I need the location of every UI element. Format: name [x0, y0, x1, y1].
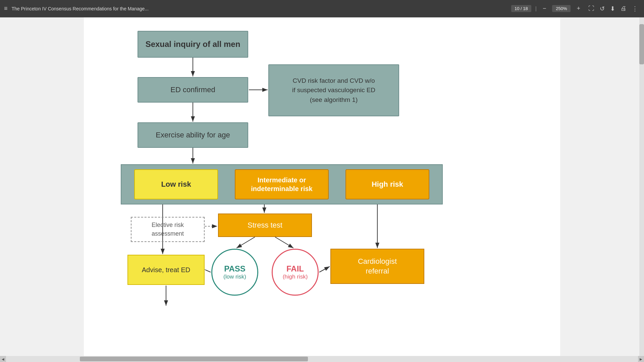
menu-icon[interactable]: ≡: [4, 5, 8, 12]
zoom-value: 250%: [552, 5, 571, 12]
risk-level-container: Low risk Intermediate or indeterminable …: [121, 164, 443, 204]
download-button[interactable]: ⬇: [608, 5, 617, 12]
more-options-button[interactable]: ⋮: [630, 5, 640, 12]
svg-line-10: [236, 237, 255, 248]
rotate-button[interactable]: ↺: [598, 5, 607, 12]
scroll-right-button[interactable]: ▶: [638, 356, 644, 362]
top-toolbar: ≡ The Princeton IV Consensus Recommendat…: [0, 0, 644, 17]
stress-test-box: Stress test: [218, 214, 312, 237]
horizontal-scrollbar-area[interactable]: ◀ ▶: [0, 356, 644, 362]
ed-confirmed-box: ED confirmed: [138, 77, 248, 103]
flowchart-container: Sexual inquiry of all men ED confirmed C…: [104, 27, 540, 316]
pdf-viewer-area: Sexual inquiry of all men ED confirmed C…: [0, 17, 644, 356]
exercise-ability-box: Exercise ability for age: [138, 122, 248, 148]
advise-treat-box: Advise, treat ED: [127, 255, 205, 285]
scroll-left-button[interactable]: ◀: [0, 356, 6, 362]
low-risk-box: Low risk: [134, 169, 218, 199]
elective-risk-box: Elective risk assessment: [131, 217, 205, 242]
fit-page-button[interactable]: ⛶: [586, 5, 596, 12]
vertical-scrollbar-thumb[interactable]: [639, 24, 644, 64]
intermediate-risk-box: Intermediate or indeterminable risk: [235, 169, 329, 199]
svg-line-13: [319, 266, 330, 272]
svg-line-11: [275, 237, 293, 248]
zoom-out-button[interactable]: −: [541, 5, 548, 12]
pdf-page: Sexual inquiry of all men ED confirmed C…: [84, 17, 560, 356]
sexual-inquiry-box: Sexual inquiry of all men: [138, 31, 248, 58]
horizontal-scrollbar-track[interactable]: [6, 356, 638, 362]
page-indicator: 10 / 18: [511, 5, 531, 12]
horizontal-scrollbar-thumb[interactable]: [80, 357, 308, 361]
svg-line-12: [205, 270, 211, 272]
fail-circle: FAIL (high risk): [272, 249, 319, 296]
document-title: The Princeton IV Consensus Recommendatio…: [12, 6, 507, 11]
print-button[interactable]: 🖨: [619, 5, 629, 12]
zoom-in-button[interactable]: +: [575, 5, 582, 12]
high-risk-box: High risk: [345, 169, 429, 199]
vertical-scrollbar-track[interactable]: [639, 17, 644, 356]
toolbar-right: ⛶ ↺ ⬇ 🖨 ⋮: [586, 5, 640, 12]
cvd-risk-box: CVD risk factor and CVD w/o if suspected…: [268, 64, 399, 116]
cardiologist-referral-box: Cardiologist referral: [330, 249, 424, 284]
pass-circle: PASS (low risk): [211, 249, 258, 296]
